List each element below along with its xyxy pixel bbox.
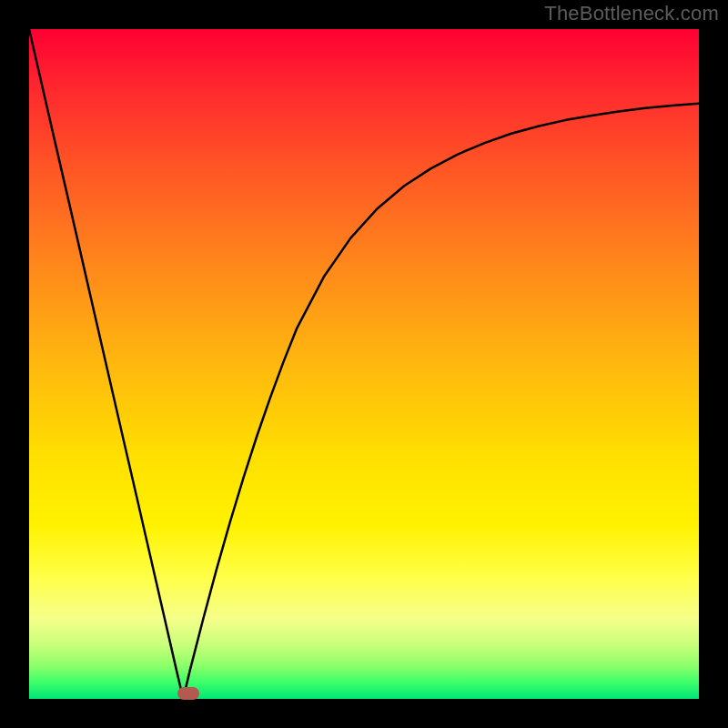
chart-frame: TheBottleneck.com: [0, 0, 728, 728]
curve-svg: [29, 29, 699, 699]
bottleneck-curve: [29, 29, 699, 699]
watermark-text: TheBottleneck.com: [544, 2, 719, 25]
plot-area: [29, 29, 699, 699]
minimum-marker: [177, 687, 199, 700]
